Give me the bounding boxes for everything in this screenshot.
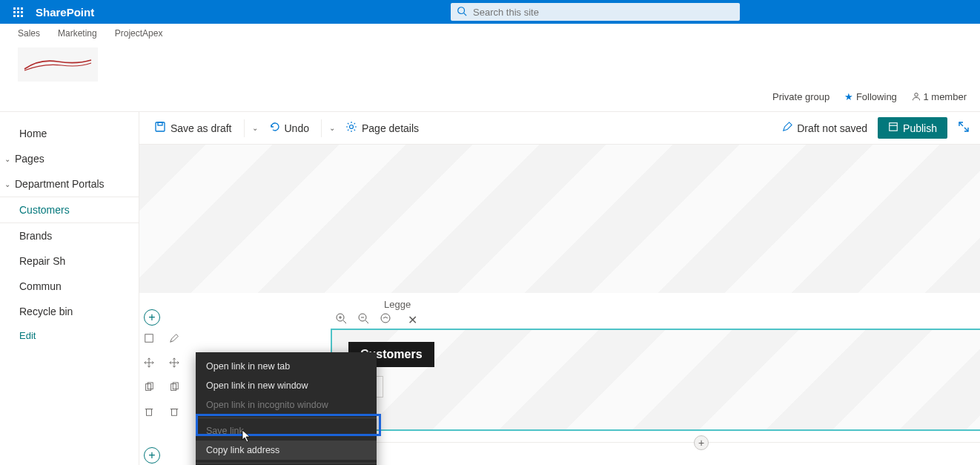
- svg-line-18: [343, 320, 346, 323]
- nav-pages[interactable]: ⌄Pages: [0, 146, 139, 171]
- chevron-down-icon[interactable]: ⌄: [329, 124, 335, 132]
- page-author: Legge: [139, 293, 980, 310]
- nav-customers[interactable]: Customers: [0, 197, 139, 223]
- ctx-save-link: Save link: [196, 421, 377, 441]
- nav-label: Pages: [15, 153, 44, 165]
- customers-webpart[interactable]: Customers Go: [331, 329, 980, 431]
- ctx-label: Open link in new tab: [206, 361, 290, 372]
- webpart-handles: [169, 333, 179, 419]
- svg-point-0: [458, 7, 465, 14]
- gear-icon: [345, 121, 357, 135]
- close-icon[interactable]: ✕: [408, 313, 417, 327]
- svg-rect-3: [156, 122, 165, 131]
- webpart-toolbar: ✕: [335, 312, 417, 327]
- members-label: 1 member: [923, 91, 967, 102]
- search-container: [451, 3, 740, 21]
- page-canvas: Legge + + ✕: [139, 145, 980, 465]
- nav-department-portals[interactable]: ⌄Department Portals: [0, 171, 139, 197]
- delete-section-icon[interactable]: [144, 406, 154, 419]
- zoom-out-icon[interactable]: [357, 312, 369, 327]
- nav-recycle-bin[interactable]: Recycle bin: [0, 299, 139, 324]
- context-menu: Open link in new tab Open link in new wi…: [196, 352, 377, 465]
- site-logo-area: [0, 43, 980, 82]
- hub-nav-link[interactable]: ProjectApex: [115, 28, 163, 39]
- following-button[interactable]: ★ Following: [844, 91, 897, 102]
- nav-label: Brands: [19, 230, 52, 242]
- star-icon: ★: [844, 91, 853, 102]
- ctx-open-new-window[interactable]: Open link in new window: [196, 376, 377, 395]
- page-details-button[interactable]: Page details: [341, 118, 423, 138]
- nav-brands[interactable]: Brands: [0, 223, 139, 248]
- command-bar: Save as draft ⌄ Undo ⌄ Page details Draf…: [139, 112, 980, 145]
- nav-home[interactable]: Home: [0, 121, 139, 146]
- svg-point-2: [915, 93, 918, 96]
- nav-label: Repair Sh: [19, 255, 65, 267]
- save-draft-button[interactable]: Save as draft: [150, 118, 236, 138]
- add-webpart-button[interactable]: +: [694, 435, 709, 450]
- edit-section-icon[interactable]: [144, 333, 154, 346]
- svg-point-24: [381, 314, 390, 323]
- zoom-in-icon[interactable]: [335, 312, 347, 327]
- move-section-icon[interactable]: [144, 357, 154, 370]
- hub-nav-link[interactable]: Marketing: [58, 28, 97, 39]
- move-webpart-icon[interactable]: [169, 357, 179, 370]
- waffle-icon: [13, 7, 23, 17]
- chevron-down-icon[interactable]: ⌄: [252, 124, 258, 132]
- brand-label[interactable]: SharePoint: [36, 6, 94, 19]
- following-label: Following: [856, 91, 897, 102]
- reset-zoom-icon[interactable]: [380, 312, 391, 327]
- nav-edit-link[interactable]: Edit: [0, 324, 139, 341]
- separator: [244, 119, 245, 137]
- separator: [321, 119, 322, 137]
- ctx-copy-link-address[interactable]: Copy link address: [196, 441, 377, 460]
- search-icon: [457, 6, 467, 19]
- delete-webpart-icon[interactable]: [169, 406, 179, 419]
- ctx-label: Copy link address: [206, 445, 279, 455]
- section-divider: [331, 442, 980, 443]
- edit-webpart-icon[interactable]: [169, 333, 179, 346]
- publish-label: Publish: [903, 122, 937, 134]
- publish-button[interactable]: Publish: [878, 117, 947, 139]
- svg-rect-11: [147, 409, 152, 416]
- ctx-open-new-tab[interactable]: Open link in new tab: [196, 357, 377, 376]
- duplicate-webpart-icon[interactable]: [169, 382, 179, 395]
- details-label: Page details: [362, 122, 419, 134]
- svg-rect-6: [890, 123, 898, 131]
- hub-nav: Sales Marketing ProjectApex: [0, 24, 980, 43]
- chevron-down-icon: ⌄: [4, 180, 10, 188]
- draft-status-label: Draft not saved: [797, 122, 867, 134]
- nav-community[interactable]: Commun: [0, 274, 139, 299]
- nav-label: Customers: [19, 204, 70, 216]
- undo-button[interactable]: Undo: [264, 118, 314, 138]
- svg-line-22: [365, 320, 368, 323]
- privacy-label: Private group: [772, 91, 830, 102]
- search-input[interactable]: [451, 3, 740, 21]
- site-logo[interactable]: [18, 47, 98, 82]
- site-header-row: Private group ★ Following 1 member: [0, 82, 980, 111]
- add-section-button[interactable]: +: [144, 447, 160, 464]
- publish-icon: [888, 122, 898, 134]
- suite-header: SharePoint: [0, 0, 980, 24]
- left-nav: Home ⌄Pages ⌄Department Portals Customer…: [0, 112, 139, 465]
- expand-icon[interactable]: [958, 121, 970, 135]
- nav-label: Recycle bin: [19, 306, 73, 317]
- save-label: Save as draft: [170, 122, 232, 134]
- members-button[interactable]: 1 member: [912, 91, 967, 102]
- main-area: Home ⌄Pages ⌄Department Portals Customer…: [0, 111, 980, 465]
- add-section-button[interactable]: +: [144, 309, 160, 326]
- svg-rect-8: [145, 334, 153, 343]
- draft-status: Draft not saved: [782, 122, 867, 134]
- nav-label: Home: [19, 128, 47, 139]
- save-icon: [154, 121, 166, 135]
- ctx-label: Open link in new window: [206, 380, 308, 391]
- copy-section-icon[interactable]: [144, 382, 154, 395]
- hero-banner[interactable]: [139, 145, 980, 293]
- pencil-icon: [782, 122, 792, 134]
- nav-repair[interactable]: Repair Sh: [0, 248, 139, 274]
- svg-rect-15: [172, 409, 177, 416]
- ctx-label: Open link in incognito window: [206, 400, 328, 410]
- hub-nav-link[interactable]: Sales: [18, 28, 40, 39]
- content-column: Save as draft ⌄ Undo ⌄ Page details Draf…: [139, 112, 980, 465]
- undo-icon: [268, 121, 280, 135]
- app-launcher-button[interactable]: [0, 7, 36, 17]
